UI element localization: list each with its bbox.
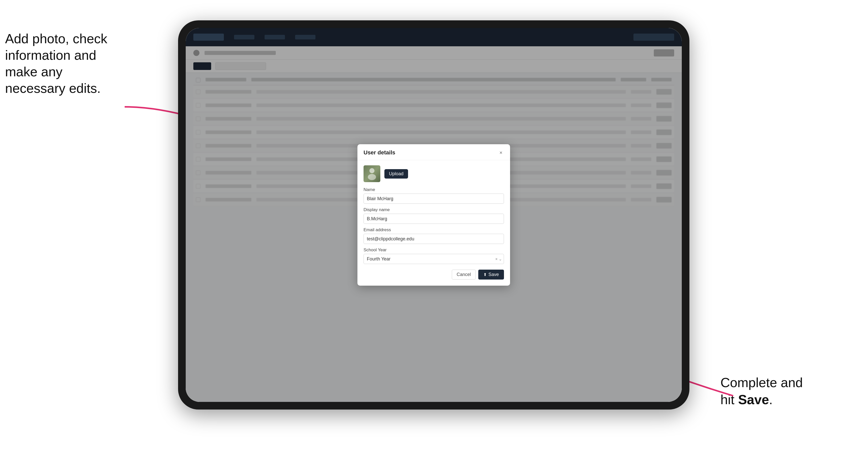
user-photo-thumb: [364, 165, 380, 182]
select-icons: × ⌄: [495, 257, 502, 261]
svg-point-2: [369, 168, 374, 173]
close-icon[interactable]: ×: [498, 150, 504, 156]
tablet-device: User details ×: [178, 20, 689, 409]
display-name-label: Display name: [364, 207, 504, 212]
name-field-group: Name: [364, 187, 504, 204]
email-input[interactable]: [364, 234, 504, 244]
school-year-select-wrapper: First Year Second Year Third Year Fourth…: [364, 254, 504, 264]
save-icon: ⬆: [483, 272, 487, 277]
display-name-field-group: Display name: [364, 207, 504, 224]
name-input[interactable]: [364, 193, 504, 204]
dialog-header: User details ×: [358, 144, 510, 160]
school-year-label: School Year: [364, 248, 504, 253]
chevron-down-icon: ⌄: [499, 257, 502, 261]
dialog-footer: Cancel ⬆ Save: [364, 268, 504, 280]
annotation-right: Complete and hit Save.: [720, 374, 848, 408]
school-year-select[interactable]: First Year Second Year Third Year Fourth…: [364, 254, 504, 264]
display-name-input[interactable]: [364, 214, 504, 224]
app-background: User details ×: [186, 28, 682, 402]
cancel-button[interactable]: Cancel: [452, 270, 476, 280]
dialog-title: User details: [364, 149, 395, 156]
photo-image: [364, 165, 380, 182]
save-button[interactable]: ⬆ Save: [478, 270, 504, 280]
email-field-group: Email address: [364, 227, 504, 244]
photo-section: Upload: [364, 165, 504, 182]
save-button-label: Save: [489, 272, 499, 277]
user-details-dialog: User details ×: [358, 144, 510, 286]
email-label: Email address: [364, 227, 504, 232]
modal-overlay: User details ×: [186, 28, 682, 402]
school-year-field-group: School Year First Year Second Year Third…: [364, 248, 504, 264]
clear-icon[interactable]: ×: [495, 257, 498, 261]
dialog-body: Upload Name Display name: [358, 160, 510, 286]
svg-point-3: [368, 174, 376, 180]
annotation-left: Add photo, check information and make an…: [5, 31, 137, 97]
upload-photo-button[interactable]: Upload: [384, 169, 408, 179]
tablet-screen: User details ×: [186, 28, 682, 402]
name-label: Name: [364, 187, 504, 192]
